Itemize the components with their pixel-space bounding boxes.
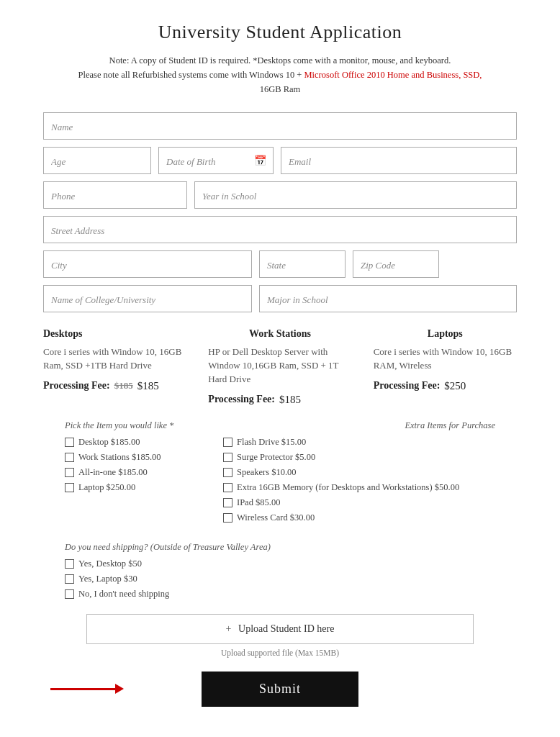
wireless-card-checkbox[interactable]	[223, 513, 232, 523]
upload-label: Upload Student ID here	[238, 623, 334, 634]
shipping-desktop-checkbox[interactable]	[65, 559, 74, 569]
phone-year-row	[43, 181, 517, 209]
allinone-option-label: All-in-one $185.00	[78, 467, 148, 478]
city-state-zip-row	[43, 250, 517, 278]
ipad-label: IPad $85.00	[237, 497, 280, 508]
phone-field	[43, 181, 187, 209]
page-title: University Student Application	[43, 22, 517, 43]
desktop-desc: Core i series with Window 10, 16GB Ram, …	[43, 345, 186, 373]
phone-input[interactable]	[43, 181, 187, 209]
list-item: IPad $85.00	[223, 497, 495, 508]
list-item: Extra 16GB Memory (for Desktops and Work…	[223, 482, 495, 493]
city-field	[43, 250, 252, 278]
submit-row: Submit	[43, 672, 517, 707]
workstation-desc: HP or Dell Desktop Server with Window 10…	[208, 345, 351, 386]
state-input[interactable]	[259, 250, 346, 278]
desktop-title: Desktops	[43, 328, 186, 340]
list-item: Speakers $10.00	[223, 467, 495, 478]
name-field	[43, 112, 517, 140]
arrow-line	[50, 688, 115, 690]
laptop-fee-label: Processing Fee:	[374, 380, 441, 392]
surge-protector-label: Surge Protector $5.00	[237, 452, 315, 463]
state-field	[259, 250, 346, 278]
list-item: Yes, Desktop $50	[65, 559, 495, 569]
street-field	[43, 216, 517, 243]
desktop-checkbox[interactable]	[65, 438, 74, 447]
list-item: Surge Protector $5.00	[223, 452, 495, 463]
street-row	[43, 216, 517, 243]
list-item: Yes, Laptop $30	[65, 574, 495, 584]
no-shipping-label: No, I don't need shipping	[78, 589, 169, 600]
products-section: Desktops Core i series with Window 10, 1…	[43, 328, 517, 406]
wireless-card-label: Wireless Card $30.00	[237, 512, 315, 523]
email-input[interactable]	[281, 147, 517, 174]
pick-items-label: Pick the Item you would like *	[65, 420, 209, 431]
name-input[interactable]	[43, 112, 517, 140]
year-field	[194, 181, 517, 209]
workstation-checkbox[interactable]	[65, 453, 74, 462]
laptop-checkbox[interactable]	[65, 483, 74, 492]
list-item: Work Stations $185.00	[65, 452, 209, 463]
allinone-checkbox[interactable]	[65, 468, 74, 477]
zip-input[interactable]	[353, 250, 439, 278]
desktop-fee-strike: $185	[114, 380, 133, 392]
extra-items-section: Extra Items for Purchase Flash Drive $15…	[223, 420, 495, 528]
flash-drive-checkbox[interactable]	[223, 438, 232, 447]
submit-button[interactable]: Submit	[202, 672, 358, 707]
upload-note: Upload supported file (Max 15MB)	[43, 648, 517, 657]
application-form: 📅	[43, 112, 517, 312]
no-shipping-checkbox[interactable]	[65, 589, 74, 599]
surge-protector-checkbox[interactable]	[223, 453, 232, 462]
dob-field: 📅	[158, 147, 274, 174]
college-major-row	[43, 285, 517, 312]
workstation-option-label: Work Stations $185.00	[78, 452, 161, 463]
speakers-label: Speakers $10.00	[237, 467, 297, 478]
list-item: Flash Drive $15.00	[223, 437, 495, 448]
pick-items-section: Pick the Item you would like * Desktop $…	[65, 420, 209, 528]
shipping-section: Do you need shipping? (Outside of Treasu…	[43, 542, 517, 600]
laptop-fee: Processing Fee: $250	[374, 380, 517, 392]
age-input[interactable]	[43, 147, 151, 174]
workstation-fee: Processing Fee: $185	[208, 394, 351, 406]
shipping-laptop-label: Yes, Laptop $30	[78, 574, 137, 584]
desktop-option-label: Desktop $185.00	[78, 437, 140, 448]
shipping-desktop-label: Yes, Desktop $50	[78, 559, 142, 569]
upload-area[interactable]: + Upload Student ID here	[86, 614, 474, 644]
shipping-label: Do you need shipping? (Outside of Treasu…	[65, 542, 495, 553]
college-input[interactable]	[43, 285, 252, 312]
list-item: No, I don't need shipping	[65, 589, 495, 600]
major-input[interactable]	[259, 285, 517, 312]
laptop-title: Laptops	[374, 328, 517, 340]
email-field	[281, 147, 517, 174]
list-item: Laptop $250.00	[65, 482, 209, 493]
year-input[interactable]	[194, 181, 517, 209]
flash-drive-label: Flash Drive $15.00	[237, 437, 306, 448]
list-item: Wireless Card $30.00	[223, 512, 495, 523]
arrow-container	[50, 684, 124, 694]
name-row	[43, 112, 517, 140]
ipad-checkbox[interactable]	[223, 498, 232, 507]
memory-label: Extra 16GB Memory (for Desktops and Work…	[237, 482, 459, 493]
street-input[interactable]	[43, 216, 517, 243]
arrow-head	[115, 684, 124, 694]
highlight-text: Microsoft Office 2010 Home and Business,…	[304, 70, 482, 80]
product-desktops: Desktops Core i series with Window 10, 1…	[43, 328, 194, 406]
shipping-laptop-checkbox[interactable]	[65, 574, 74, 584]
notice-text: Note: A copy of Student ID is required. …	[43, 53, 517, 96]
zip-field	[353, 250, 439, 278]
desktop-fee: Processing Fee: $185 $185	[43, 380, 186, 392]
list-item: Desktop $185.00	[65, 437, 209, 448]
dob-input[interactable]	[158, 147, 274, 174]
age-field	[43, 147, 151, 174]
age-dob-email-row: 📅	[43, 147, 517, 174]
city-input[interactable]	[43, 250, 252, 278]
desktop-fee-actual: $185	[137, 380, 159, 392]
laptop-option-label: Laptop $250.00	[78, 482, 135, 493]
product-laptops: Laptops Core i series with Window 10, 16…	[366, 328, 517, 406]
speakers-checkbox[interactable]	[223, 468, 232, 477]
memory-checkbox[interactable]	[223, 483, 232, 492]
laptop-fee-actual: $250	[444, 380, 466, 392]
workstation-fee-actual: $185	[279, 394, 301, 406]
product-workstations: Work Stations HP or Dell Desktop Server …	[201, 328, 358, 406]
plus-icon: +	[226, 623, 232, 634]
